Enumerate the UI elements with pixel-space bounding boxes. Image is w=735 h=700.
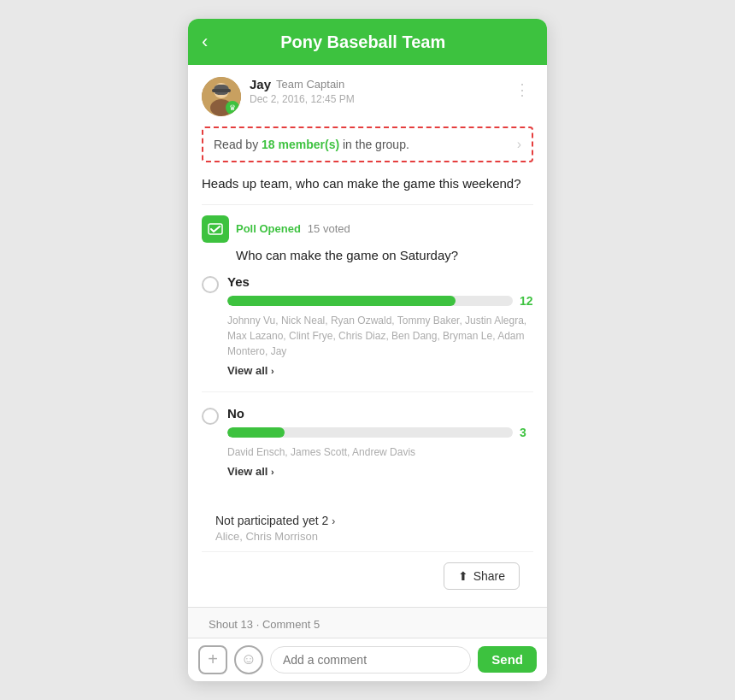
poll-voters-yes: Johnny Vu, Nick Neal, Ryan Ozwald, Tommy… <box>227 313 533 359</box>
avatar: ♛ <box>202 77 241 116</box>
not-participated-label: Not participated yet <box>215 514 319 527</box>
poll-votes: 15 voted <box>308 222 350 235</box>
post-body: Heads up team, who can make the game thi… <box>188 171 547 204</box>
poll-bar-no-fill <box>227 427 285 438</box>
poll-voters-no: David Ensch, James Scott, Andrew Davis <box>227 444 533 460</box>
add-media-button[interactable]: + <box>198 645 227 674</box>
poll-option-yes: Yes 12 Johnny Vu, Nick Neal, Ryan Ozwald… <box>202 274 533 392</box>
read-by-count[interactable]: 18 member(s) <box>262 138 339 151</box>
radio-yes[interactable] <box>202 276 219 293</box>
view-all-no[interactable]: View all › <box>227 465 274 478</box>
poll-bar-yes-fill <box>227 296 456 306</box>
read-by-text: Read by 18 member(s) in the group. <box>214 138 409 151</box>
not-participated-count: 2 <box>322 514 332 527</box>
poll-count-yes: 12 <box>520 294 533 308</box>
comment-count[interactable]: Comment 5 <box>262 618 320 631</box>
footer-counts: Shout 13 · Comment 5 <box>198 615 537 631</box>
not-participated-section: Not participated yet 2 › Alice, Chris Mo… <box>215 506 520 543</box>
poll-header: Poll Opened 15 voted <box>202 215 533 243</box>
poll-option-no-content: No 3 David Ensch, James Scott, Andrew Da… <box>227 406 533 479</box>
author-role: Team Captain <box>276 78 344 91</box>
shout-count[interactable]: Shout 13 <box>209 618 253 631</box>
read-by-suffix: in the group. <box>339 138 409 151</box>
send-button[interactable]: Send <box>478 646 537 673</box>
share-icon: ⬆ <box>458 569 468 583</box>
svg-rect-4 <box>212 89 231 92</box>
poll-bar-no-bg <box>227 427 513 438</box>
content-area: ♛ Jay Team Captain Dec 2, 2016, 12:45 PM… <box>188 65 547 638</box>
poll-count-no: 3 <box>520 426 533 439</box>
footer-separator: · <box>256 618 260 631</box>
poll-container: Poll Opened 15 voted Who can make the ga… <box>202 204 533 600</box>
view-all-yes[interactable]: View all › <box>227 364 274 377</box>
author-name: Jay <box>250 77 271 91</box>
poll-status: Poll Opened <box>236 222 301 235</box>
post-meta: Jay Team Captain Dec 2, 2016, 12:45 PM <box>250 77 511 105</box>
post-menu-button[interactable]: ⋮ <box>511 77 533 103</box>
footer-counts-bar: Shout 13 · Comment 5 <box>188 607 547 638</box>
read-by-chevron-icon: › <box>517 137 521 152</box>
not-participated-names: Alice, Chris Morrison <box>215 530 520 543</box>
poll-bar-yes-bg <box>227 296 513 306</box>
poll-option-no: No 3 David Ensch, James Scott, Andrew Da… <box>202 406 533 492</box>
share-row: ⬆ Share <box>202 551 533 600</box>
phone-container: ‹ Pony Baseball Team ♛ <box>188 19 547 681</box>
share-label: Share <box>473 569 505 583</box>
post-header: ♛ Jay Team Captain Dec 2, 2016, 12:45 PM… <box>188 65 547 123</box>
emoji-button[interactable]: ☺ <box>234 645 263 674</box>
poll-icon <box>202 215 229 243</box>
not-participated-link[interactable]: Not participated yet 2 › <box>215 514 335 527</box>
comment-bar: + ☺ Send <box>188 638 547 681</box>
app-header: ‹ Pony Baseball Team <box>188 19 547 65</box>
not-participated-chevron-icon: › <box>332 515 335 527</box>
avatar-image: ♛ <box>202 77 241 116</box>
post-time: Dec 2, 2016, 12:45 PM <box>250 93 511 105</box>
poll-option-yes-label: Yes <box>227 274 250 289</box>
back-button[interactable]: ‹ <box>202 31 208 53</box>
comment-input[interactable] <box>270 646 471 674</box>
read-by-banner[interactable]: Read by 18 member(s) in the group. › <box>202 126 533 162</box>
radio-no[interactable] <box>202 408 219 425</box>
poll-option-no-label: No <box>227 406 244 421</box>
poll-options: Yes 12 Johnny Vu, Nick Neal, Ryan Ozwald… <box>202 274 533 492</box>
poll-option-yes-content: Yes 12 Johnny Vu, Nick Neal, Ryan Ozwald… <box>227 274 533 378</box>
header-title: Pony Baseball Team <box>218 32 508 52</box>
poll-question: Who can make the game on Saturday? <box>236 248 533 262</box>
share-button[interactable]: ⬆ Share <box>444 562 520 590</box>
